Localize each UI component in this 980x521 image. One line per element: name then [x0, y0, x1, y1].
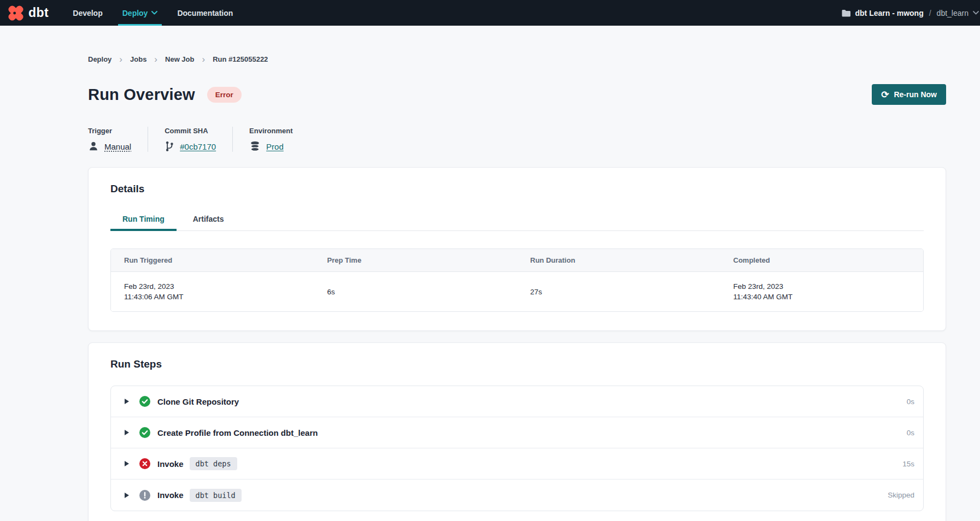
breadcrumb-deploy[interactable]: Deploy	[88, 55, 112, 63]
environment-link[interactable]: Prod	[266, 142, 284, 151]
rerun-now-button[interactable]: ⟳ Re-run Now	[872, 84, 946, 105]
top-navigation: dbt Develop Deploy Documentation dbt Lea…	[0, 0, 980, 26]
step-command-chip: dbt build	[190, 489, 242, 502]
step-invoke-dbt-build[interactable]: Invoke dbt build Skipped	[111, 479, 923, 511]
table-header-row: Run Triggered Prep Time Run Duration Com…	[111, 249, 923, 272]
col-completed: Completed	[720, 249, 924, 271]
chevron-down-icon	[151, 11, 157, 15]
step-invoke-dbt-deps[interactable]: Invoke dbt deps 15s	[111, 448, 923, 479]
commit-sha-label: Commit SHA	[165, 127, 216, 135]
git-branch-icon	[165, 141, 174, 152]
step-duration: 0s	[907, 429, 914, 437]
step-duration: 15s	[902, 460, 914, 468]
caret-right-icon[interactable]	[125, 461, 129, 466]
breadcrumb: Deploy › Jobs › New Job › Run #125055222	[88, 55, 946, 64]
details-tabs: Run Timing Artifacts	[110, 209, 924, 231]
caret-right-icon[interactable]	[125, 430, 129, 435]
tab-run-timing[interactable]: Run Timing	[110, 209, 177, 230]
error-x-icon	[139, 458, 150, 469]
details-card: Details Run Timing Artifacts Run Trigger…	[88, 167, 946, 331]
account-project-name: dbt Learn - mwong	[855, 9, 924, 17]
breadcrumb-jobs[interactable]: Jobs	[130, 55, 146, 63]
page-title: Run Overview	[88, 86, 195, 104]
cell-prep-time: 6s	[314, 272, 518, 311]
chevron-down-icon	[973, 11, 979, 15]
run-timing-table: Run Triggered Prep Time Run Duration Com…	[110, 248, 924, 312]
col-run-triggered: Run Triggered	[111, 249, 314, 271]
cell-run-duration: 27s	[517, 272, 720, 311]
dbt-mark-icon	[8, 5, 24, 21]
breadcrumb-chevron-icon: ›	[119, 55, 122, 64]
database-icon	[249, 141, 261, 152]
folder-icon	[841, 9, 851, 17]
step-duration: Skipped	[888, 491, 914, 499]
skipped-exclamation-icon	[139, 490, 150, 501]
run-steps-list: Clone Git Repository 0s Create Profile f…	[110, 386, 924, 511]
run-steps-card: Run Steps Clone Git Repository 0s Create…	[88, 342, 946, 521]
nav-item-documentation[interactable]: Documentation	[167, 0, 243, 26]
tab-artifacts[interactable]: Artifacts	[181, 209, 236, 230]
run-steps-heading: Run Steps	[110, 358, 924, 370]
meta-trigger: Trigger Manual	[88, 127, 148, 152]
nav-items: Develop Deploy Documentation	[63, 0, 243, 26]
meta-environment: Environment Prod	[232, 127, 309, 152]
trigger-value: Manual	[104, 142, 131, 151]
breadcrumb-chevron-icon: ›	[202, 55, 206, 64]
step-clone-git-repository[interactable]: Clone Git Repository 0s	[111, 386, 923, 417]
step-label: Invoke	[157, 459, 184, 469]
run-meta: Trigger Manual Commit SHA #0cb7170	[88, 127, 946, 152]
nav-item-deploy[interactable]: Deploy	[113, 0, 168, 26]
step-label: Create Profile from Connection dbt_learn	[157, 428, 318, 437]
status-badge: Error	[207, 87, 242, 103]
step-create-profile[interactable]: Create Profile from Connection dbt_learn…	[111, 417, 923, 448]
trigger-label: Trigger	[88, 127, 131, 135]
breadcrumb-new-job[interactable]: New Job	[165, 55, 194, 63]
environment-label: Environment	[249, 127, 292, 135]
account-separator: /	[928, 9, 932, 17]
page-header: Run Overview Error ⟳ Re-run Now	[88, 84, 946, 105]
account-environment-name: dbt_learn	[937, 9, 969, 17]
person-icon	[88, 141, 99, 152]
commit-sha-link[interactable]: #0cb7170	[180, 142, 216, 151]
dbt-logo[interactable]: dbt	[0, 0, 63, 26]
account-switcher[interactable]: dbt Learn - mwong / dbt_learn	[841, 0, 980, 26]
success-check-icon	[139, 396, 150, 407]
step-duration: 0s	[907, 398, 914, 406]
breadcrumb-chevron-icon: ›	[154, 55, 157, 64]
main-content: Deploy › Jobs › New Job › Run #125055222…	[0, 26, 980, 521]
step-command-chip: dbt deps	[190, 457, 237, 470]
step-label: Clone Git Repository	[157, 397, 239, 406]
cell-completed: Feb 23rd, 2023 11:43:40 AM GMT	[720, 272, 924, 311]
logo-wordmark: dbt	[28, 5, 49, 20]
step-label: Invoke	[157, 490, 184, 500]
col-run-duration: Run Duration	[517, 249, 720, 271]
nav-item-develop[interactable]: Develop	[63, 0, 112, 26]
details-heading: Details	[110, 183, 924, 195]
table-row: Feb 23rd, 2023 11:43:06 AM GMT 6s 27s Fe…	[111, 272, 923, 311]
caret-right-icon[interactable]	[125, 399, 129, 404]
caret-right-icon[interactable]	[125, 493, 129, 498]
meta-commit-sha: Commit SHA #0cb7170	[148, 127, 232, 152]
breadcrumb-run-id: Run #125055222	[213, 55, 268, 63]
cell-run-triggered: Feb 23rd, 2023 11:43:06 AM GMT	[111, 272, 314, 311]
col-prep-time: Prep Time	[314, 249, 518, 271]
refresh-icon: ⟳	[881, 90, 889, 99]
success-check-icon	[139, 427, 150, 438]
